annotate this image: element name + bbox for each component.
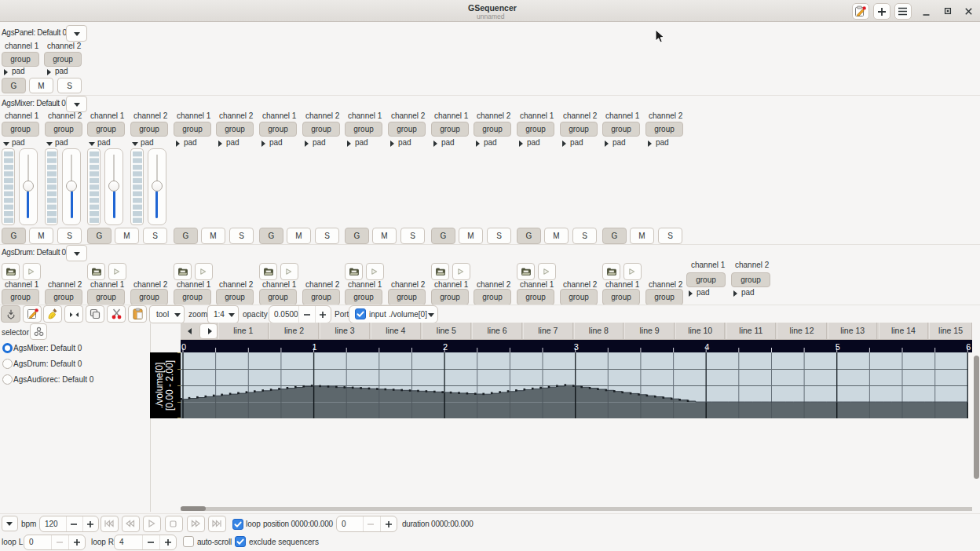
svg-text:3: 3 xyxy=(574,342,579,352)
svg-text:2: 2 xyxy=(443,342,448,352)
svg-text:5: 5 xyxy=(836,342,840,352)
svg-text:6: 6 xyxy=(966,342,971,352)
svg-text:0: 0 xyxy=(181,342,186,352)
svg-text:4: 4 xyxy=(704,342,709,352)
svg-text:1: 1 xyxy=(313,342,317,352)
